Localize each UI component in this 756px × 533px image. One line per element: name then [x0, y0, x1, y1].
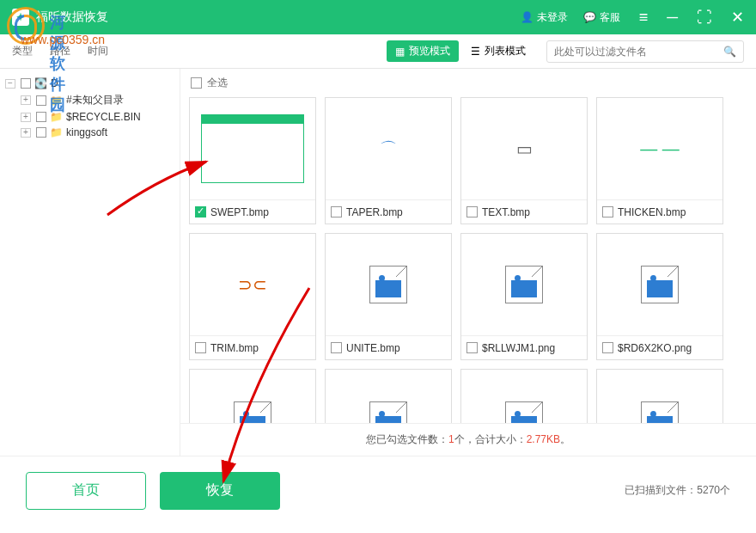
login-label: 未登录 [537, 10, 568, 25]
file-thumbnail [326, 234, 451, 335]
file-name: SWEPT.bmp [210, 206, 269, 218]
file-card[interactable]: ⊃⊂TRIM.bmp [189, 233, 316, 360]
file-checkbox[interactable] [466, 342, 478, 353]
file-name: TAPER.bmp [346, 206, 403, 218]
scan-suffix: 个 [720, 484, 730, 496]
file-thumbnail: ⌒ [326, 98, 451, 199]
tab-type[interactable]: 类型 [12, 40, 33, 62]
tree-checkbox[interactable] [36, 127, 46, 138]
toolbar: 类型 路径 时间 ▦预览模式 ☰列表模式 🔍 [0, 34, 756, 69]
filter-input[interactable] [554, 46, 723, 58]
file-name: TEXT.bmp [482, 206, 530, 218]
folder-icon: 📁 [50, 126, 63, 138]
view-list-label: 列表模式 [485, 44, 526, 58]
file-checkbox[interactable] [602, 342, 613, 353]
file-card[interactable]: SWEPT.bmp [189, 97, 316, 224]
drive-icon: 💽 [34, 77, 47, 89]
tree-checkbox[interactable] [36, 95, 46, 106]
tree-root[interactable]: − 💽 D: [5, 76, 174, 91]
main-area: − 💽 D: +📁#未知父目录+📁$RECYCLE.BIN+📁kinggsoft… [0, 69, 756, 456]
view-list-button[interactable]: ☰列表模式 [462, 40, 534, 62]
file-checkbox[interactable] [331, 342, 342, 353]
tab-path[interactable]: 路径 [50, 40, 70, 62]
file-card[interactable]: $RXHZKHF.png [189, 369, 316, 423]
file-card[interactable]: $RLLWJM1.png [460, 233, 588, 360]
file-checkbox[interactable] [466, 206, 478, 217]
recover-button[interactable]: 恢复 [160, 472, 280, 510]
tree-checkbox[interactable] [21, 78, 31, 89]
file-card[interactable]: $RQAFJWR.png [325, 369, 452, 423]
footer: 首页 恢复 已扫描到文件：5270个 [0, 456, 756, 524]
maximize-button[interactable]: ⛶ [697, 9, 712, 27]
select-all-row[interactable]: 全选 [180, 69, 756, 97]
file-name: $RLLWJM1.png [482, 342, 555, 354]
file-card[interactable]: $RGMR4PH.png [460, 369, 588, 423]
status-bar: 您已勾选文件数：1个，合计大小：2.77KB。 [180, 423, 756, 456]
file-checkbox[interactable] [331, 206, 342, 217]
select-all-label: 全选 [207, 76, 228, 90]
file-thumbnail [190, 370, 315, 423]
scan-prefix: 已扫描到文件： [625, 484, 697, 496]
file-card[interactable]: ▭TEXT.bmp [460, 97, 588, 224]
tree-node[interactable]: +📁$RECYCLE.BIN [21, 109, 174, 125]
filter-box: 🔍 [546, 40, 744, 63]
file-card[interactable]: ⌒TAPER.bmp [325, 97, 452, 224]
file-name: TRIM.bmp [210, 342, 259, 354]
home-button[interactable]: 首页 [26, 472, 146, 510]
file-checkbox[interactable] [195, 342, 206, 353]
tree-node[interactable]: +📁kinggsoft [21, 125, 174, 140]
tree-root-label: D: [51, 77, 61, 89]
tab-time[interactable]: 时间 [88, 40, 108, 62]
support-label: 客服 [600, 10, 620, 25]
file-card[interactable]: — —THICKEN.bmp [596, 97, 723, 224]
scan-status: 已扫描到文件：5270个 [625, 483, 730, 498]
search-icon[interactable]: 🔍 [723, 46, 736, 58]
file-thumbnail [461, 370, 587, 423]
file-thumbnail [597, 234, 722, 335]
file-thumbnail [190, 98, 315, 199]
file-card[interactable]: $RD6X2KO.png [596, 233, 723, 360]
app-title: 福昕数据恢复 [36, 9, 505, 25]
login-button[interactable]: 👤未登录 [521, 10, 568, 25]
expand-icon[interactable]: + [21, 113, 31, 122]
collapse-icon[interactable]: − [5, 79, 15, 89]
view-preview-button[interactable]: ▦预览模式 [387, 40, 459, 62]
tree-node-label: #未知父目录 [66, 93, 124, 107]
file-card[interactable]: UNITE.bmp [325, 233, 452, 360]
menu-icon[interactable]: ≡ [639, 9, 649, 27]
file-thumbnail: ⊃⊂ [190, 234, 315, 335]
close-button[interactable]: ✕ [731, 8, 744, 27]
support-button[interactable]: 💬客服 [583, 10, 620, 25]
tree-checkbox[interactable] [36, 112, 46, 122]
file-checkbox[interactable] [195, 206, 206, 217]
grid-icon: ▦ [395, 46, 405, 58]
titlebar: ✦ 福昕数据恢复 👤未登录 💬客服 ≡ ─ ⛶ ✕ [0, 0, 756, 34]
expand-icon[interactable]: + [21, 128, 31, 138]
status-size: 2.77KB [527, 433, 560, 445]
view-preview-label: 预览模式 [409, 44, 450, 58]
file-thumbnail [461, 234, 587, 335]
folder-icon: 📁 [50, 95, 63, 107]
tab-bar: 类型 路径 时间 [12, 40, 108, 62]
file-thumbnail [597, 370, 722, 423]
tree-node-label: $RECYCLE.BIN [66, 111, 141, 123]
file-card[interactable]: $R0AZSDX.png [596, 369, 723, 423]
user-icon: 👤 [521, 11, 533, 23]
select-all-checkbox[interactable] [191, 77, 202, 89]
scan-count: 5270 [697, 484, 720, 496]
folder-icon: 📁 [50, 111, 63, 123]
file-name: THICKEN.bmp [618, 206, 686, 218]
status-mid: 个，合计大小： [454, 433, 527, 445]
file-checkbox[interactable] [602, 206, 613, 217]
tree-node-label: kinggsoft [66, 126, 107, 138]
tree-node[interactable]: +📁#未知父目录 [21, 91, 174, 109]
status-prefix: 您已勾选文件数： [366, 433, 448, 445]
expand-icon[interactable]: + [21, 95, 31, 105]
folder-tree: − 💽 D: +📁#未知父目录+📁$RECYCLE.BIN+📁kinggsoft [0, 69, 180, 456]
minimize-button[interactable]: ─ [667, 9, 678, 27]
list-icon: ☰ [471, 46, 480, 58]
status-count: 1 [448, 433, 454, 445]
file-name: $RD6X2KO.png [618, 342, 692, 354]
status-suffix: 。 [560, 433, 570, 445]
file-thumbnail: ▭ [461, 98, 587, 199]
